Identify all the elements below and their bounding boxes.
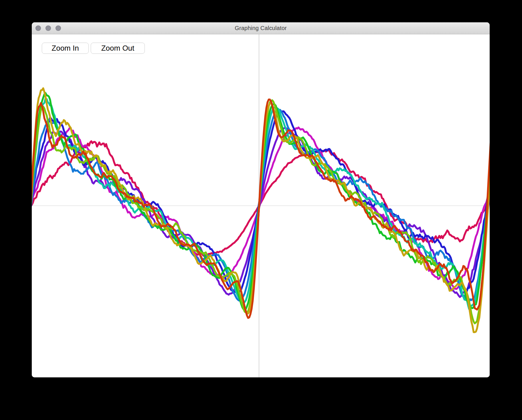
close-icon[interactable] — [35, 25, 41, 31]
curves — [32, 88, 490, 332]
curve-yellow-green — [32, 100, 490, 323]
zoom-out-button[interactable]: Zoom Out — [91, 43, 145, 54]
zoom-window-icon[interactable] — [56, 25, 61, 31]
axes — [32, 34, 490, 377]
plot-svg[interactable] — [32, 34, 490, 377]
plot-area: Zoom In Zoom Out — [32, 34, 490, 377]
toolbar: Zoom In Zoom Out — [42, 43, 145, 54]
traffic-lights — [35, 22, 61, 34]
window-title: Graphing Calculator — [235, 25, 287, 31]
minimize-icon[interactable] — [46, 25, 51, 31]
curve-gold — [32, 88, 490, 332]
curve-red — [32, 100, 490, 318]
app-window: Graphing Calculator Zoom In Zoom Out — [32, 22, 490, 377]
zoom-in-button[interactable]: Zoom In — [42, 43, 89, 54]
title-bar[interactable]: Graphing Calculator — [32, 22, 490, 34]
screen-background: { "window": { "title": "Graphing Calcula… — [0, 0, 522, 420]
curve-violet — [32, 128, 490, 297]
